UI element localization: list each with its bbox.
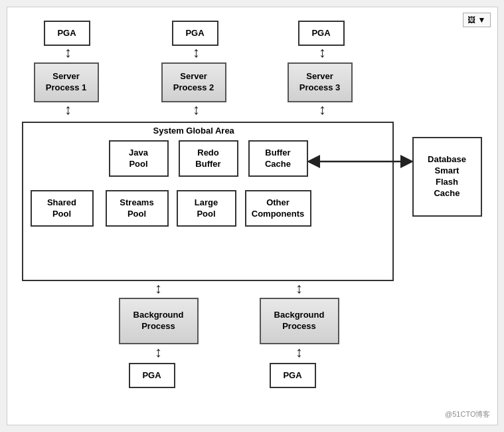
server2-box: Server Process 2 [161,62,226,102]
server1-box: Server Process 1 [34,62,99,102]
arrow-sga-bg2: ↕ [293,281,306,296]
arrow-bg2-pga5: ↕ [293,345,306,360]
bg-process1-box: Background Process [119,298,199,344]
arrow-server3-sga: ↕ [316,102,329,117]
arrow-server1-sga: ↕ [62,102,75,117]
other-components-box: Other Components [245,190,311,227]
pga3-box: PGA [298,21,345,46]
pga2-box: PGA [172,21,218,46]
pga1-box: PGA [44,21,90,46]
arrow-pga3-server3: ↕ [316,45,329,60]
pga5-box: PGA [270,363,316,388]
sga-label: System Global Area [153,126,234,136]
pga4-box: PGA [129,363,175,388]
arrow-buffer-flash [308,155,412,168]
arrow-server2-sga: ↕ [190,102,203,117]
watermark: @51CTO博客 [445,409,490,419]
arrow-pga2-server2: ↕ [190,45,203,60]
java-pool-box: Java Pool [109,140,169,177]
arrow-pga1-server1: ↕ [62,45,75,60]
streams-pool-box: Streams Pool [106,190,169,227]
redo-buffer-box: Redo Buffer [179,140,238,177]
large-pool-box: Large Pool [177,190,236,227]
buffer-cache-box: Buffer Cache [248,140,308,177]
server3-box: Server Process 3 [288,62,353,102]
shared-pool-box: Shared Pool [31,190,94,227]
arrow-sga-bg1: ↕ [152,281,165,296]
image-icon[interactable]: 🖼 ▼ [463,13,490,27]
arrow-bg1-pga4: ↕ [152,345,165,360]
db-flash-cache-box: Database Smart Flash Cache [412,137,482,217]
bg-process2-box: Background Process [260,298,339,344]
diagram-container: 🖼 ▼ PGA PGA PGA ↕ ↕ ↕ Server Process 1 S… [7,7,498,425]
